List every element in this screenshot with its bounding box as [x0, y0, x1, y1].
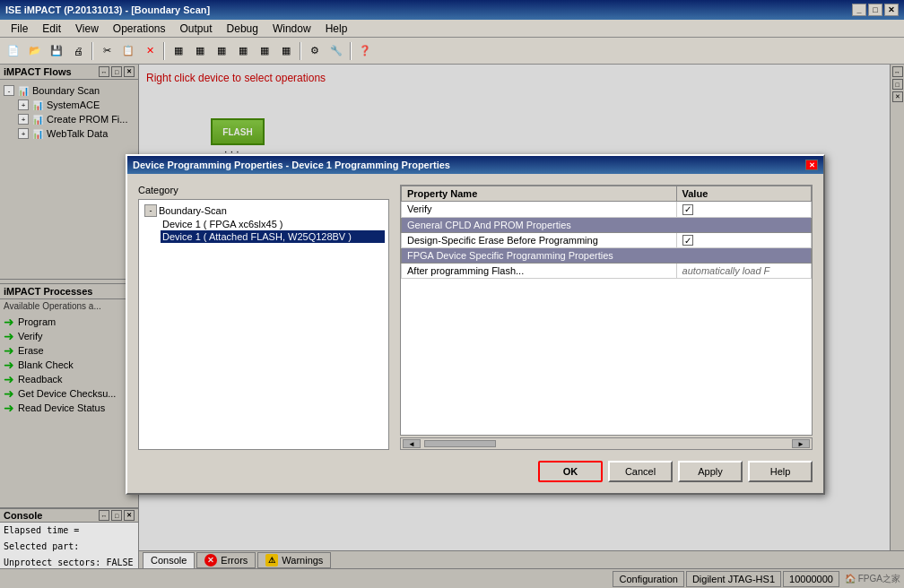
app-title: ISE iMPACT (P.20131013) - [Boundary Scan… [5, 4, 210, 15]
toolbar-delete[interactable]: ✕ [140, 41, 160, 61]
prop-erase-row: Design-Specific Erase Before Programming… [402, 232, 812, 248]
menu-output[interactable]: Output [173, 21, 220, 37]
toolbar-new[interactable]: 📄 [4, 41, 23, 61]
cat-children: Device 1 ( FPGA xc6slx45 ) Device 1 ( At… [143, 218, 385, 243]
cat-device1-fpga[interactable]: Device 1 ( FPGA xc6slx45 ) [161, 218, 385, 230]
toolbar-settings[interactable]: ⚙ [305, 41, 325, 61]
modal-title-bar: Device Programming Properties - Device 1… [127, 156, 823, 174]
prop-erase-name: Design-Specific Erase Before Programming [402, 232, 677, 248]
menu-edit[interactable]: Edit [35, 21, 68, 37]
toolbar-help[interactable]: ❓ [355, 41, 375, 61]
toolbar-wrench[interactable]: 🔧 [326, 41, 346, 61]
category-label: Category [138, 185, 389, 195]
scroll-right-btn[interactable]: ► [792, 439, 810, 448]
cat-device1-flash[interactable]: Device 1 ( Attached FLASH, W25Q128BV ) [161, 230, 385, 243]
prop-general-header-row: General CPLD And PROM Properties [402, 217, 812, 232]
apply-button[interactable]: Apply [678, 461, 743, 482]
col-property-name: Property Name [402, 186, 677, 202]
category-tree[interactable]: - Boundary-Scan Device 1 ( FPGA xc6slx45… [138, 199, 389, 450]
modal-title: Device Programming Properties - Device 1… [133, 160, 450, 170]
toolbar-save[interactable]: 💾 [47, 41, 66, 61]
help-button[interactable]: Help [748, 461, 813, 482]
prop-after-prog-row: After programming Flash... automatically… [402, 264, 812, 279]
col-value: Value [676, 186, 811, 202]
minimize-button[interactable]: _ [852, 4, 866, 16]
toolbar-copy[interactable]: 📋 [118, 41, 138, 61]
modal-content: Category - Boundary-Scan Device 1 ( FPGA… [127, 174, 823, 461]
prop-after-prog-name: After programming Flash... [402, 264, 677, 279]
toolbar-grid3[interactable]: ▦ [212, 41, 231, 61]
hscroll-thumb[interactable] [424, 440, 496, 447]
toolbar-open[interactable]: 📂 [25, 41, 45, 61]
modal-title-controls: ✕ [805, 160, 818, 170]
menu-bar: File Edit View Operations Output Debug W… [0, 20, 904, 38]
title-bar: ISE iMPACT (P.20131013) - [Boundary Scan… [0, 0, 904, 20]
menu-help[interactable]: Help [318, 21, 355, 37]
prop-table[interactable]: Property Name Value Verify ✓ [400, 185, 813, 436]
toolbar-separator-1 [91, 42, 93, 60]
ok-button[interactable]: OK [538, 461, 603, 482]
cat-boundary-scan-label: Boundary-Scan [159, 205, 227, 216]
menu-file[interactable]: File [4, 21, 35, 37]
toolbar-grid5[interactable]: ▦ [255, 41, 274, 61]
toolbar-print[interactable]: 🖨 [68, 41, 88, 61]
cancel-button[interactable]: Cancel [608, 461, 673, 482]
cat-boundary-scan[interactable]: - Boundary-Scan [143, 203, 385, 218]
menu-window[interactable]: Window [265, 21, 318, 37]
prop-erase-value[interactable]: ✓ [676, 232, 811, 248]
prop-verify-row: Verify ✓ [402, 202, 812, 218]
scroll-left-btn[interactable]: ◄ [403, 439, 421, 448]
prop-verify-name: Verify [402, 202, 677, 218]
toolbar-grid2[interactable]: ▦ [190, 41, 210, 61]
toolbar-cut[interactable]: ✂ [97, 41, 117, 61]
modal-close-button[interactable]: ✕ [805, 160, 818, 170]
erase-checkbox[interactable]: ✓ [682, 235, 693, 246]
verify-checkbox[interactable]: ✓ [682, 204, 693, 215]
modal-category-panel: Category - Boundary-Scan Device 1 ( FPGA… [138, 185, 389, 450]
menu-operations[interactable]: Operations [106, 21, 173, 37]
toolbar-grid4[interactable]: ▦ [233, 41, 253, 61]
hscroll-track[interactable] [421, 439, 792, 448]
title-bar-controls: _ □ ✕ [852, 4, 899, 16]
prop-hscrollbar[interactable]: ◄ ► [400, 437, 813, 450]
menu-view[interactable]: View [68, 21, 106, 37]
cat-device1-fpga-label: Device 1 ( FPGA xc6slx45 ) [162, 219, 283, 229]
modal-buttons: OK Cancel Apply Help [127, 461, 823, 493]
toolbar-separator-4 [350, 42, 352, 60]
prop-verify-value[interactable]: ✓ [676, 202, 811, 218]
modal-dialog: Device Programming Properties - Device 1… [126, 154, 825, 495]
properties-table: Property Name Value Verify ✓ [401, 186, 812, 279]
toolbar-separator-3 [300, 42, 301, 60]
boundary-scan-cat-expander[interactable]: - [144, 204, 157, 217]
modal-properties-panel: Property Name Value Verify ✓ [400, 185, 813, 450]
toolbar-grid6[interactable]: ▦ [276, 41, 296, 61]
modal-overlay: Device Programming Properties - Device 1… [0, 65, 904, 588]
maximize-button[interactable]: □ [868, 4, 882, 16]
prop-fpga-header-row: FPGA Device Specific Programming Propert… [402, 248, 812, 264]
menu-debug[interactable]: Debug [220, 21, 265, 37]
toolbar-grid1[interactable]: ▦ [169, 41, 188, 61]
prop-fpga-header: FPGA Device Specific Programming Propert… [402, 248, 812, 264]
toolbar: 📄 📂 💾 🖨 ✂ 📋 ✕ ▦ ▦ ▦ ▦ ▦ ▦ ⚙ 🔧 ❓ [0, 38, 904, 65]
toolbar-separator-2 [163, 42, 165, 60]
cat-device1-flash-label: Device 1 ( Attached FLASH, W25Q128BV ) [162, 231, 352, 242]
close-button[interactable]: ✕ [884, 4, 899, 16]
prop-after-prog-value[interactable]: automatically load F [676, 264, 811, 279]
prop-general-header: General CPLD And PROM Properties [402, 217, 812, 232]
